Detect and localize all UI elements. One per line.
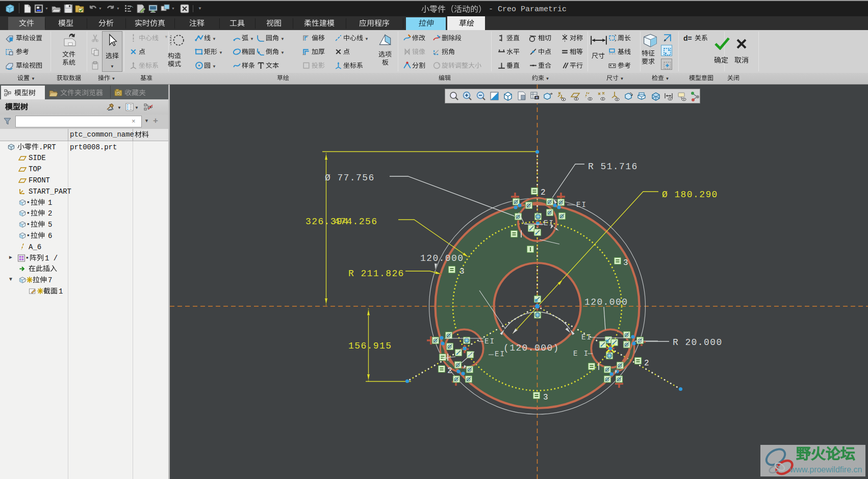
svg-text:3: 3 — [459, 267, 465, 276]
svg-text:156.915: 156.915 — [348, 341, 392, 351]
svg-text:120.000: 120.000 — [420, 253, 464, 263]
svg-text:R 51.716: R 51.716 — [588, 162, 638, 172]
svg-text:2: 2 — [541, 188, 546, 197]
svg-text:120.000: 120.000 — [584, 297, 628, 307]
svg-text:EI: EI — [544, 219, 554, 227]
svg-text:E I: E I — [573, 350, 589, 358]
svg-text:EI: EI — [581, 333, 592, 341]
svg-text:EI: EI — [484, 337, 495, 345]
svg-text:(120.000): (120.000) — [503, 343, 559, 353]
svg-text:3: 3 — [543, 393, 548, 402]
svg-text:2: 2 — [447, 366, 452, 376]
svg-text:EI: EI — [576, 201, 587, 209]
svg-text:R 211.826: R 211.826 — [348, 269, 404, 279]
svg-text:Ø 77.756: Ø 77.756 — [325, 173, 375, 183]
svg-text:Ø 180.290: Ø 180.290 — [662, 190, 718, 200]
svg-text:474.256: 474.256 — [334, 217, 377, 227]
svg-text:EI: EI — [495, 350, 505, 358]
svg-text:3: 3 — [623, 258, 628, 268]
svg-text:R 20.000: R 20.000 — [673, 337, 723, 348]
svg-text:2: 2 — [644, 359, 649, 368]
